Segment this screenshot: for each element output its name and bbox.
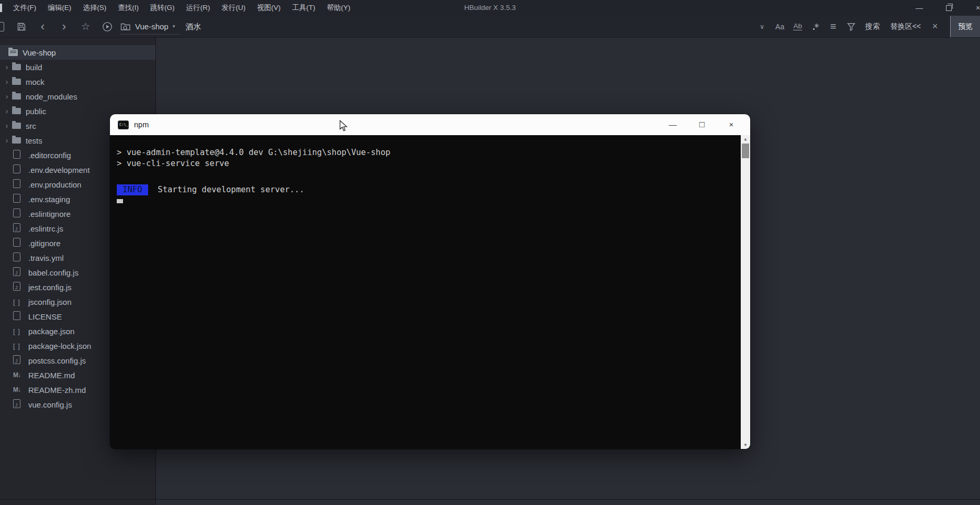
star-icon: ☆ — [81, 21, 90, 31]
collapse-button[interactable]: ∨ — [753, 16, 771, 37]
project-search-icon — [120, 22, 131, 31]
file-icon — [13, 179, 20, 188]
tree-item-label: public — [26, 107, 46, 116]
menu-item-跳转[interactable]: 跳转(G) — [144, 0, 181, 16]
terminal-close-button[interactable]: × — [717, 114, 746, 135]
close-button[interactable]: × — [963, 0, 980, 16]
js-file-icon — [13, 399, 20, 408]
format-button[interactable]: ≡ — [825, 16, 842, 37]
tree-item-label: README.md — [28, 371, 75, 380]
tree-item-label: build — [26, 63, 42, 72]
root-label: Vue-shop — [23, 48, 56, 57]
tree-item-label: .env.production — [28, 180, 81, 189]
project-selector[interactable]: Vue-shop ▾ — [119, 18, 180, 35]
save-button[interactable] — [10, 16, 32, 37]
info-badge: INFO — [117, 184, 148, 195]
bookmark-button[interactable]: ☆ — [75, 16, 96, 37]
tree-item-label: package-lock.json — [28, 342, 91, 350]
terminal-titlebar[interactable]: C:\_ npm — □ × — [110, 114, 750, 135]
npm-terminal-window: C:\_ npm — □ × > vue-admin-template@4.4.… — [110, 114, 750, 449]
tab-jiushui[interactable]: 酒水 — [185, 16, 201, 37]
json-file-icon: [ ] — [13, 342, 24, 350]
js-file-icon — [13, 355, 20, 364]
tree-item-mock[interactable]: ›mock — [0, 74, 155, 89]
tree-item-label: .eslintignore — [28, 210, 71, 218]
restore-button[interactable] — [934, 0, 963, 16]
menu-item-查找[interactable]: 查找(I) — [112, 0, 144, 16]
forward-button[interactable]: › — [53, 16, 75, 37]
minimize-button[interactable]: — — [905, 0, 934, 16]
bottom-divider — [0, 499, 980, 500]
back-button[interactable]: ‹ — [32, 16, 53, 37]
match-case-icon: Aa — [775, 23, 784, 31]
terminal-line — [117, 169, 734, 180]
panel-toggle-icon[interactable] — [0, 22, 6, 31]
terminal-line: INFO Starting development server... — [117, 184, 734, 195]
chevron-right-icon[interactable]: › — [3, 93, 10, 100]
toolbar-right-group: ∨ Aa Ab ≡ 搜索 替换区<< — [753, 16, 980, 37]
match-case-button[interactable]: Aa — [771, 16, 789, 37]
file-icon — [13, 252, 20, 261]
menu-item-文件[interactable]: 文件(F) — [7, 0, 42, 16]
folder-icon — [12, 64, 21, 70]
run-button[interactable] — [96, 16, 118, 37]
folder-icon — [12, 79, 21, 85]
chevron-right-icon[interactable]: › — [3, 63, 10, 71]
tree-item-label: mock — [26, 78, 44, 86]
terminal-lines: > vue-admin-template@4.4.0 dev G:\shejii… — [117, 147, 734, 210]
menu-item-工具[interactable]: 工具(T) — [286, 0, 321, 16]
scroll-up-icon[interactable]: ▲ — [744, 135, 747, 143]
tree-item-build[interactable]: ›build — [0, 60, 155, 74]
terminal-scrollbar[interactable]: ▲ ▼ — [741, 135, 750, 449]
tree-item-label: .editorconfig — [28, 151, 71, 160]
menu-item-帮助[interactable]: 帮助(Y) — [321, 0, 356, 16]
markdown-file-icon: M↓ — [13, 386, 24, 393]
whole-word-button[interactable]: Ab — [789, 16, 807, 37]
menu-item-运行[interactable]: 运行(R) — [181, 0, 216, 16]
file-icon — [13, 164, 20, 173]
chevron-right-icon[interactable]: › — [3, 107, 10, 115]
search-button[interactable]: 搜索 — [860, 22, 885, 31]
terminal-output[interactable]: > vue-admin-template@4.4.0 dev G:\shejii… — [110, 135, 750, 449]
tree-root-vue-shop[interactable]: Vue-shop — [0, 45, 155, 60]
menu-item-视图[interactable]: 视图(V) — [251, 0, 286, 16]
terminal-minimize-button[interactable]: — — [658, 114, 687, 135]
menu-item-编辑[interactable]: 编辑(E) — [42, 0, 77, 16]
terminal-title: npm — [134, 120, 149, 129]
replace-area-toggle[interactable]: 替换区<< — [885, 22, 926, 31]
chevron-right-icon[interactable]: › — [3, 137, 10, 144]
lines-icon: ≡ — [830, 20, 837, 32]
chevron-right-icon[interactable]: › — [3, 122, 10, 129]
tree-item-label: .env.staging — [28, 195, 70, 204]
folder-icon — [12, 123, 21, 129]
toolbar-left-group: ‹ › ☆ Vue-shop ▾ 酒水 — [0, 16, 201, 37]
preview-tab[interactable]: 预览 — [950, 16, 980, 37]
toolbar: ‹ › ☆ Vue-shop ▾ 酒水 ∨ Aa — [0, 16, 980, 38]
chevron-down-icon: ▾ — [173, 24, 175, 29]
mouse-cursor — [339, 120, 349, 132]
console-icon: C:\_ — [118, 120, 129, 129]
tree-item-node_modules[interactable]: ›node_modules — [0, 89, 155, 104]
file-icon — [13, 194, 20, 203]
terminal-line — [117, 199, 734, 210]
close-icon: × — [932, 21, 938, 32]
tree-item-label: jest.config.js — [28, 283, 72, 292]
folder-icon — [12, 137, 21, 144]
open-folder-icon — [8, 49, 18, 56]
back-icon: ‹ — [41, 21, 44, 32]
tree-item-label: src — [26, 122, 36, 130]
scroll-down-icon[interactable]: ▼ — [744, 441, 747, 449]
scrollbar-thumb[interactable] — [742, 144, 749, 158]
terminal-maximize-button[interactable]: □ — [687, 114, 717, 135]
close-search-button[interactable]: × — [926, 16, 944, 37]
chevron-right-icon[interactable]: › — [3, 78, 10, 85]
menu-item-发行[interactable]: 发行(U) — [216, 0, 251, 16]
terminal-window-controls: — □ × — [658, 114, 746, 135]
filter-button[interactable] — [842, 16, 860, 37]
tree-item-label: babel.config.js — [28, 268, 79, 277]
tree-item-label: .gitignore — [28, 239, 61, 248]
terminal-line: > vue-cli-service serve — [117, 158, 734, 169]
file-icon — [13, 311, 20, 320]
menu-item-选择[interactable]: 选择(S) — [77, 0, 112, 16]
regex-button[interactable] — [807, 16, 825, 37]
